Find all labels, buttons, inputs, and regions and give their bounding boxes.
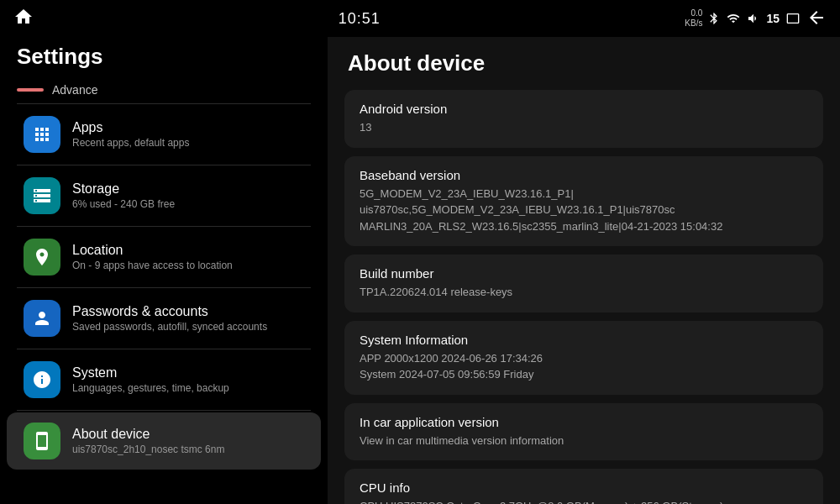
divider-passwords [17, 349, 311, 349]
advance-label: Advance [52, 83, 97, 97]
sidebar-item-apps[interactable]: Apps Recent apps, default apps [7, 106, 321, 163]
system-info-title: System Information [360, 333, 808, 347]
sidebar-item-storage[interactable]: Storage 6% used - 240 GB free [7, 167, 321, 224]
divider-system [17, 410, 311, 411]
build-number-value: TP1A.220624.014 release-keys [360, 284, 808, 301]
sidebar-item-about[interactable]: About device uis7870sc_2h10_nosec tsmc 6… [7, 412, 321, 470]
about-icon-bg [24, 423, 60, 459]
cpu-info-value: CPU:UIS7870SC Octa-Core 2.7GHz@8.0 GB(Me… [360, 498, 808, 504]
passwords-item-text: Passwords & accounts Saved passwords, au… [72, 304, 304, 333]
in-car-app-title: In car application version [360, 415, 808, 429]
storage-title: Storage [72, 181, 304, 197]
divider-storage [17, 226, 311, 227]
system-subtitle: Languages, gestures, time, backup [72, 382, 304, 394]
passwords-subtitle: Saved passwords, autofill, synced accoun… [72, 321, 304, 333]
android-version-value: 13 [360, 119, 808, 136]
sidebar-item-location[interactable]: Location On - 9 apps have access to loca… [7, 228, 321, 286]
passwords-icon-bg [24, 300, 60, 337]
storage-item-text: Storage 6% used - 240 GB free [72, 181, 304, 210]
status-bar-right: 0.0KB/s 15 [685, 8, 827, 29]
card-android-version[interactable]: Android version 13 [344, 90, 823, 148]
cpu-info-title: CPU info [360, 480, 808, 495]
apps-subtitle: Recent apps, default apps [72, 137, 304, 149]
baseband-version-value: 5G_MODEM_V2_23A_IEBU_W23.16.1_P1| uis787… [360, 186, 808, 235]
sidebar-item-system[interactable]: System Languages, gestures, time, backup [7, 351, 321, 408]
right-panel: About device Android version 13 Baseband… [328, 37, 840, 504]
build-number-title: Build number [360, 266, 808, 281]
card-build-number[interactable]: Build number TP1A.220624.014 release-key… [344, 255, 823, 312]
screen-icon [785, 12, 801, 25]
storage-icon-bg [24, 177, 60, 214]
storage-subtitle: 6% used - 240 GB free [72, 198, 304, 210]
battery-level: 15 [766, 12, 780, 25]
about-item-text: About device uis7870sc_2h10_nosec tsmc 6… [72, 427, 304, 455]
system-info-value: APP 2000x1200 2024-06-26 17:34:26 System… [360, 350, 808, 383]
status-bar-left [13, 7, 34, 30]
volume-icon [746, 12, 761, 25]
info-icon [32, 370, 52, 390]
sidebar-item-passwords[interactable]: Passwords & accounts Saved passwords, au… [7, 290, 321, 347]
advance-bar [17, 88, 44, 92]
storage-icon [32, 186, 52, 206]
apps-title: Apps [72, 120, 304, 135]
about-subtitle: uis7870sc_2h10_nosec tsmc 6nm [72, 444, 304, 455]
apps-icon [32, 124, 52, 144]
location-title: Location [72, 243, 304, 258]
system-title: System [72, 365, 304, 381]
card-baseband-version[interactable]: Baseband version 5G_MODEM_V2_23A_IEBU_W2… [344, 156, 823, 247]
status-bar-time: 10:51 [339, 10, 381, 28]
location-icon [32, 247, 52, 267]
location-icon-bg [24, 239, 60, 276]
in-car-app-value: View in car multimedia version informati… [360, 433, 808, 449]
location-item-text: Location On - 9 apps have access to loca… [72, 243, 304, 271]
divider-apps [17, 165, 311, 165]
panel-title: About device [344, 50, 823, 76]
card-cpu-info[interactable]: CPU info CPU:UIS7870SC Octa-Core 2.7GHz@… [344, 469, 823, 504]
sidebar-divider [17, 103, 311, 104]
home-icon[interactable] [13, 7, 34, 30]
system-item-text: System Languages, gestures, time, backup [72, 365, 304, 394]
divider-location [17, 287, 311, 288]
status-bar: 10:51 0.0KB/s 15 [0, 0, 840, 37]
sidebar: Settings Advance Apps Recent apps, defau… [0, 37, 328, 504]
sidebar-advance: Advance [0, 80, 328, 103]
network-speed: 0.0KB/s [685, 8, 702, 29]
back-icon[interactable] [806, 8, 827, 29]
apps-icon-bg [24, 116, 60, 153]
baseband-version-title: Baseband version [360, 168, 808, 182]
bluetooth-icon [707, 12, 721, 25]
person-icon [32, 308, 52, 328]
passwords-title: Passwords & accounts [72, 304, 304, 319]
wifi-icon [726, 12, 741, 25]
system-icon-bg [24, 361, 60, 398]
main-content: Settings Advance Apps Recent apps, defau… [0, 37, 840, 504]
android-version-title: Android version [360, 102, 808, 116]
about-title: About device [72, 427, 304, 442]
card-system-information[interactable]: System Information APP 2000x1200 2024-06… [344, 321, 823, 395]
apps-item-text: Apps Recent apps, default apps [72, 120, 304, 149]
sidebar-header: Settings [0, 37, 328, 80]
card-in-car-app[interactable]: In car application version View in car m… [344, 403, 823, 461]
location-subtitle: On - 9 apps have access to location [72, 260, 304, 271]
sidebar-title: Settings [17, 44, 311, 70]
device-icon [32, 431, 52, 451]
